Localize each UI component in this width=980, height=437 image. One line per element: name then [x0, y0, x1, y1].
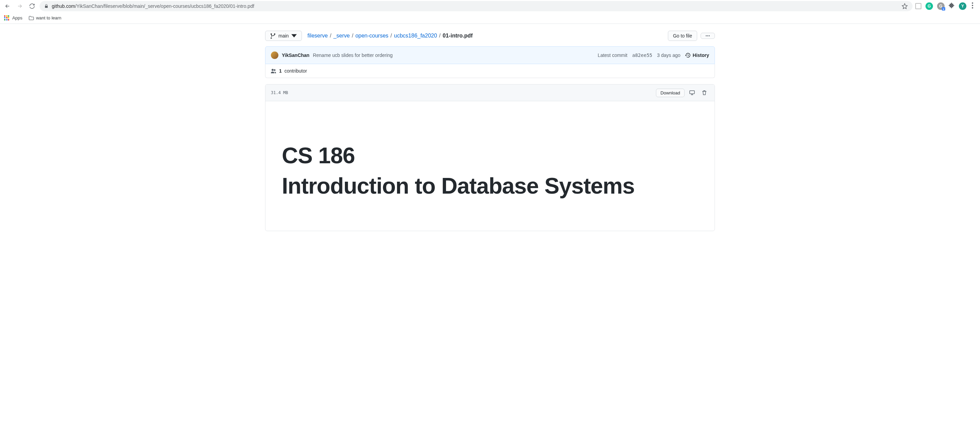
more-options-button[interactable] — [701, 33, 715, 39]
file-nav-left: main fileserve / _serve / open-courses /… — [265, 31, 473, 41]
file-header: 31.4 MB Download — [266, 85, 714, 101]
arrow-left-icon — [5, 3, 11, 9]
breadcrumb-serve[interactable]: _serve — [333, 33, 350, 39]
url-domain: github.com — [52, 3, 75, 9]
history-icon — [685, 53, 691, 58]
file-actions: Download — [656, 88, 709, 97]
breadcrumb-ucbcs186[interactable]: ucbcs186_fa2020 — [394, 33, 437, 39]
svg-point-3 — [706, 35, 707, 37]
pdf-title-line1: CS 186 — [282, 142, 698, 169]
url-text: github.com/YikSanChan/fileserve/blob/mai… — [52, 3, 899, 9]
delete-button[interactable] — [700, 88, 709, 97]
contributor-count: 1 — [279, 68, 282, 73]
trash-icon — [702, 90, 707, 96]
url-path: /YikSanChan/fileserve/blob/main/_serve/o… — [75, 3, 254, 9]
reload-icon — [29, 3, 35, 9]
extension-icon-1[interactable] — [915, 3, 921, 9]
bookmark-label: want to learn — [36, 15, 61, 21]
browser-chrome: github.com/YikSanChan/fileserve/blob/mai… — [0, 0, 980, 24]
profile-avatar[interactable]: Y — [959, 2, 966, 10]
forward-button[interactable] — [15, 2, 24, 11]
browser-toolbar: github.com/YikSanChan/fileserve/blob/mai… — [0, 0, 980, 12]
chrome-right-icons: G Gx Y — [915, 2, 977, 10]
extension-icon-translate[interactable]: Gx — [937, 2, 945, 10]
svg-point-0 — [972, 2, 973, 4]
commit-sha[interactable]: a82ee55 — [632, 53, 652, 58]
arrow-right-icon — [17, 3, 23, 9]
file-nav-right: Go to file — [668, 31, 715, 41]
breadcrumbs: fileserve / _serve / open-courses / ucbc… — [307, 33, 473, 39]
history-link[interactable]: History — [685, 53, 709, 58]
go-to-file-button[interactable]: Go to file — [668, 31, 697, 41]
desktop-icon-button[interactable] — [687, 88, 697, 97]
folder-icon — [29, 16, 34, 21]
svg-rect-6 — [690, 91, 694, 94]
apps-grid-icon — [4, 15, 10, 21]
breadcrumb-sep: / — [439, 33, 441, 39]
commit-author-avatar[interactable] — [271, 51, 278, 59]
svg-point-4 — [707, 35, 708, 37]
people-icon — [271, 68, 276, 73]
kebab-horizontal-icon — [706, 35, 710, 37]
branch-selector[interactable]: main — [265, 31, 302, 41]
branch-name: main — [278, 33, 289, 38]
contributors-box: 1 contributor — [265, 64, 715, 78]
breadcrumb-root[interactable]: fileserve — [307, 33, 328, 39]
commit-left: YikSanChan Rename ucb slides for better … — [271, 51, 393, 59]
commit-right: Latest commit a82ee55 3 days ago History — [598, 53, 709, 58]
desktop-icon — [689, 90, 695, 96]
breadcrumb-sep: / — [390, 33, 393, 39]
reload-button[interactable] — [27, 2, 37, 11]
back-button[interactable] — [3, 2, 12, 11]
breadcrumb-sep: / — [329, 33, 332, 39]
svg-point-2 — [972, 7, 973, 8]
caret-down-icon — [291, 33, 297, 38]
file-nav-row: main fileserve / _serve / open-courses /… — [265, 28, 715, 44]
history-label: History — [693, 53, 709, 58]
page-content: main fileserve / _serve / open-courses /… — [265, 24, 715, 231]
contributor-label: contributor — [285, 68, 307, 73]
bookmarks-bar: Apps want to learn — [0, 12, 980, 24]
bookmark-want-to-learn[interactable]: want to learn — [29, 15, 61, 21]
apps-label: Apps — [12, 15, 22, 21]
breadcrumb-current-file: 01-intro.pdf — [442, 33, 473, 39]
chrome-menu-button[interactable] — [970, 2, 975, 10]
pdf-title-line2: Introduction to Database Systems — [282, 172, 698, 199]
latest-commit-box: YikSanChan Rename ucb slides for better … — [265, 46, 715, 64]
address-bar[interactable]: github.com/YikSanChan/fileserve/blob/mai… — [40, 1, 913, 11]
svg-point-5 — [709, 35, 710, 37]
pdf-viewer[interactable]: CS 186 Introduction to Database Systems — [266, 101, 714, 231]
bookmark-star-icon[interactable] — [902, 3, 908, 9]
extension-icon-grammarly[interactable]: G — [926, 2, 933, 10]
svg-point-1 — [972, 5, 973, 6]
commit-author[interactable]: YikSanChan — [282, 53, 309, 58]
file-size: 31.4 MB — [271, 90, 288, 95]
git-branch-icon — [270, 33, 276, 38]
download-button[interactable]: Download — [656, 89, 684, 97]
file-view-box: 31.4 MB Download CS 186 Introduction to … — [265, 84, 715, 231]
latest-commit-label: Latest commit — [598, 53, 627, 58]
breadcrumb-open-courses[interactable]: open-courses — [355, 33, 388, 39]
extensions-button[interactable] — [949, 2, 955, 10]
commit-time: 3 days ago — [657, 53, 681, 58]
breadcrumb-sep: / — [351, 33, 354, 39]
apps-button[interactable]: Apps — [4, 15, 22, 21]
lock-icon — [44, 4, 48, 8]
commit-message[interactable]: Rename ucb slides for better ordering — [313, 53, 393, 58]
